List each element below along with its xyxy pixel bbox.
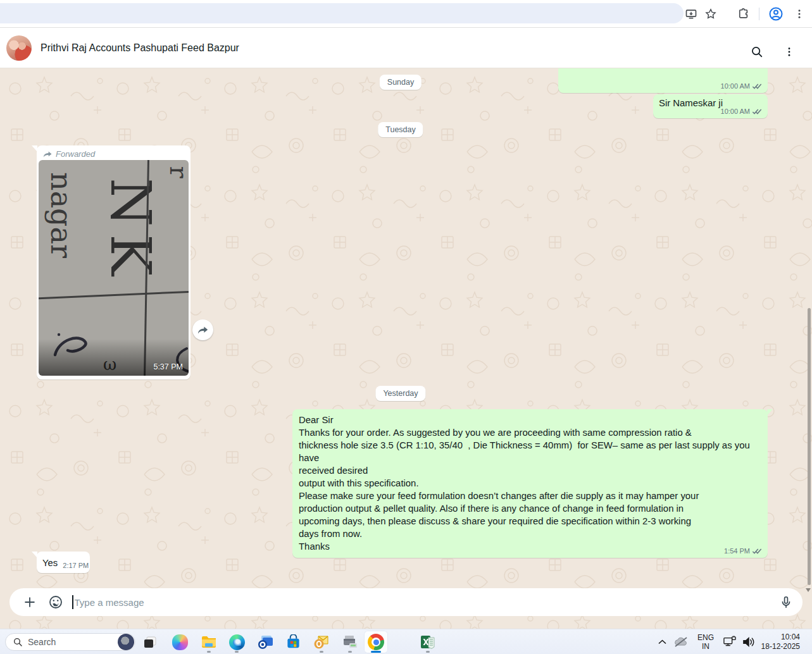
photo-text-fragment: nagar <box>44 172 78 258</box>
contact-avatar[interactable] <box>6 35 32 61</box>
message-composer: Type a message <box>9 588 803 616</box>
message-input-placeholder: Type a message <box>75 597 144 608</box>
message-time: 2:17 PM <box>63 562 89 569</box>
forward-icon <box>197 326 209 335</box>
browser-profile-icon[interactable] <box>768 6 784 22</box>
chat-search-icon[interactable] <box>746 40 768 63</box>
message-text: Yes <box>42 557 58 569</box>
taskbar-file-explorer[interactable] <box>197 631 221 653</box>
search-highlight-image <box>118 634 134 650</box>
date-chip-sunday: Sunday <box>380 75 422 90</box>
message-time: 10:00 AM <box>721 82 750 90</box>
message-text: Dear Sir Thanks for your order. As sugge… <box>299 414 761 553</box>
date-chip-label: Sunday <box>387 78 414 87</box>
language-line1: ENG <box>697 633 714 642</box>
date-chip-label: Yesterday <box>383 389 418 398</box>
forwarded-row: Forwarded <box>37 145 191 161</box>
forward-message-button[interactable] <box>192 319 213 340</box>
contact-name-label: Prithvi Raj Accounts Pashupati Feed Bazp… <box>41 42 239 54</box>
taskbar-chrome[interactable] <box>364 631 388 653</box>
running-indicator <box>426 651 430 653</box>
clock-date: 18-12-2025 <box>761 642 800 651</box>
taskbar-edge[interactable] <box>225 631 249 653</box>
message-time: 10:00 AM <box>721 108 750 115</box>
toolbar-separator <box>759 8 759 20</box>
active-indicator <box>371 651 381 653</box>
message-meta: 10:00 AM <box>721 108 762 115</box>
message-time: 1:54 PM <box>724 547 750 555</box>
message-outgoing-nameskar[interactable]: Sir Nameskar ji 10:00 AM <box>653 94 768 118</box>
contact-name[interactable]: Prithvi Raj Accounts Pashupati Feed Bazp… <box>41 28 239 68</box>
photo-time: 5:37 PM <box>153 362 183 371</box>
message-meta: 10:00 AM <box>721 82 762 90</box>
browser-toolbar <box>0 0 812 28</box>
bookmark-star-icon[interactable] <box>703 6 719 22</box>
message-outgoing-long[interactable]: Dear Sir Thanks for your order. As sugge… <box>292 409 768 558</box>
search-label: Search <box>28 637 118 647</box>
taskbar-outlook-new[interactable] <box>253 631 277 653</box>
language-line2: IN <box>697 642 714 651</box>
attach-plus-icon[interactable] <box>22 595 37 610</box>
taskbar-search-box[interactable]: Search <box>5 633 135 651</box>
message-incoming-image[interactable]: Forwarded nagar NK r ω 5:37 PM <box>37 145 191 379</box>
date-chip-yesterday: Yesterday <box>375 386 425 401</box>
tray-language-indicator[interactable]: ENG IN <box>695 629 716 654</box>
scrollbar-down-arrow[interactable] <box>806 588 811 592</box>
taskbar-microsoft-store[interactable] <box>281 631 305 653</box>
taskbar-copilot[interactable] <box>168 631 192 653</box>
delivered-check-icon <box>752 108 762 115</box>
message-text: Sir Nameskar ji <box>659 98 723 108</box>
windows-taskbar: Search <box>0 629 812 654</box>
emoji-sticker-icon[interactable] <box>48 595 63 610</box>
taskbar-task-view[interactable] <box>138 631 162 653</box>
message-incoming-yes[interactable]: Yes 2:17 PM <box>37 552 90 573</box>
voice-message-icon[interactable] <box>778 595 794 610</box>
tray-onedrive-paused-icon[interactable] <box>672 629 690 654</box>
text-caret <box>72 595 73 609</box>
forwarded-icon <box>43 151 53 158</box>
search-icon <box>13 637 23 647</box>
photo-text-fragment: NK <box>98 178 163 283</box>
taskbar-excel[interactable] <box>416 631 440 653</box>
chat-header: Prithvi Raj Accounts Pashupati Feed Bazp… <box>0 28 812 68</box>
running-indicator <box>207 651 211 653</box>
delivered-check-icon <box>752 83 762 90</box>
photo-text-fragment: r <box>165 166 189 178</box>
message-photo[interactable]: nagar NK r ω 5:37 PM <box>39 160 189 376</box>
chat-menu-icon[interactable] <box>778 40 801 63</box>
tray-chevron-icon[interactable] <box>656 629 668 654</box>
tray-network-icon[interactable] <box>720 629 739 654</box>
delivered-check-icon <box>752 548 762 555</box>
tray-clock[interactable]: 10:04 18-12-2025 <box>757 629 806 654</box>
chat-scroll-area: Sunday Tuesday Yesterday 10:00 AM Sir Na… <box>0 68 812 629</box>
photo-line-horizontal <box>39 291 189 299</box>
tray-volume-icon[interactable] <box>739 629 758 654</box>
message-input[interactable]: Type a message <box>75 597 779 608</box>
clock-time: 10:04 <box>761 632 800 642</box>
extensions-icon[interactable] <box>735 6 752 22</box>
message-outgoing-clipped[interactable]: 10:00 AM <box>558 68 768 93</box>
screen: Prithvi Raj Accounts Pashupati Feed Bazp… <box>0 0 812 654</box>
date-chip-tuesday: Tuesday <box>378 122 423 137</box>
date-chip-label: Tuesday <box>385 125 415 134</box>
taskbar-printer[interactable] <box>338 631 362 653</box>
address-bar[interactable] <box>0 3 684 23</box>
forwarded-label: Forwarded <box>56 149 95 159</box>
running-indicator <box>235 651 239 653</box>
running-indicator <box>348 651 352 653</box>
browser-menu-icon[interactable] <box>791 6 808 22</box>
message-meta: 1:54 PM <box>724 547 762 555</box>
scrollbar-thumb[interactable] <box>808 308 811 585</box>
taskbar-outlook-classic[interactable] <box>309 631 334 653</box>
running-indicator <box>320 651 323 653</box>
install-app-icon[interactable] <box>683 6 699 22</box>
